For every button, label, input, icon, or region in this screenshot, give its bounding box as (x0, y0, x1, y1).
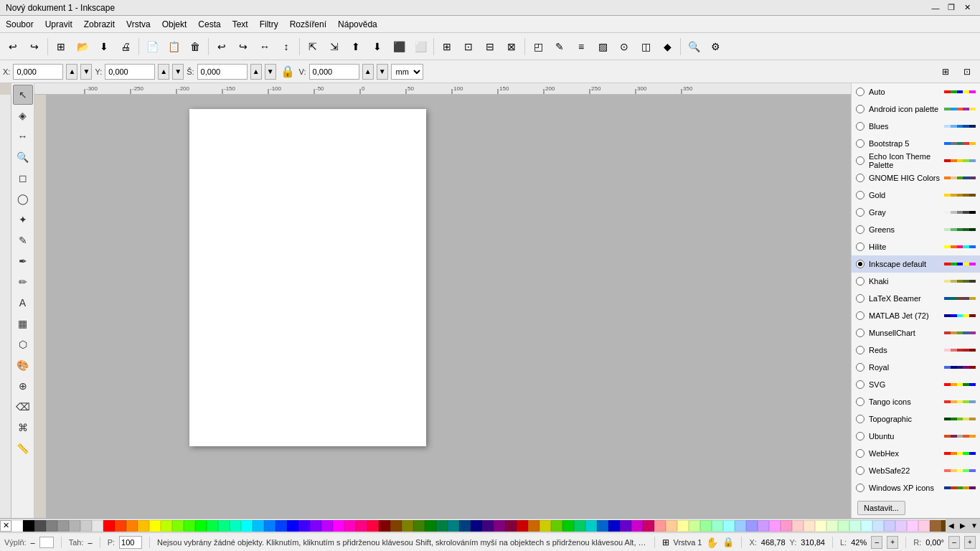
palette-item-auto[interactable]: Auto (852, 83, 980, 100)
color-swatch[interactable] (230, 520, 241, 532)
menu-item-soubor[interactable]: Soubor (0, 16, 39, 32)
s-input[interactable] (197, 64, 248, 80)
marker-toolbar-button[interactable]: ◫ (636, 37, 656, 57)
palette-item-gray[interactable]: Gray (852, 204, 980, 221)
color-swatch[interactable] (620, 520, 631, 532)
color-swatch[interactable] (562, 520, 574, 532)
color-swatch[interactable] (459, 520, 471, 532)
color-swatch[interactable] (161, 520, 172, 532)
sym1-toolbar-button[interactable]: ◰ (528, 37, 548, 57)
snap4-toolbar-button[interactable]: ⊠ (501, 37, 522, 57)
palette-item-blues[interactable]: Blues (852, 118, 980, 135)
color-swatch[interactable] (126, 520, 138, 532)
select-tool[interactable]: ↖ (13, 85, 33, 105)
color-swatch[interactable] (264, 520, 275, 532)
color-swatch[interactable] (402, 520, 413, 532)
maximize-button[interactable]: ❐ (944, 1, 958, 14)
color-swatch[interactable] (861, 520, 872, 532)
snap1-toolbar-button[interactable]: ⊞ (437, 37, 457, 57)
palette-item-tango[interactable]: Tango icons (852, 393, 980, 410)
align-top-toolbar-button[interactable]: ⬆ (346, 37, 366, 57)
color-swatch[interactable] (758, 520, 769, 532)
colorbar-scroll-right[interactable]: ▶ (957, 519, 969, 533)
palette-item-websafe[interactable]: WebSafe22 (852, 462, 980, 479)
color-swatch[interactable] (149, 520, 161, 532)
print-toolbar-button[interactable]: 🖨 (116, 37, 136, 57)
y-input[interactable] (105, 64, 155, 80)
mesh-tool[interactable]: ⬡ (13, 334, 33, 354)
color-swatch[interactable] (918, 520, 930, 532)
color-swatch[interactable] (448, 520, 459, 532)
color-swatch[interactable] (781, 520, 792, 532)
find-toolbar-button[interactable]: 🔍 (684, 37, 704, 57)
color-swatch[interactable] (677, 520, 689, 532)
zoom-inc-button[interactable]: + (887, 536, 898, 549)
rect-tool[interactable]: ◻ (13, 168, 33, 188)
rotation-dec-button[interactable]: – (948, 536, 960, 549)
color-swatch[interactable] (184, 520, 195, 532)
color-swatch[interactable] (872, 520, 884, 532)
color-swatch[interactable] (895, 520, 907, 532)
color-swatch[interactable] (746, 520, 758, 532)
color-swatch[interactable] (849, 520, 861, 532)
color-swatch[interactable] (34, 520, 46, 532)
distribute-v-toolbar-button[interactable]: ⬜ (410, 37, 430, 57)
node-tool[interactable]: ◈ (13, 105, 33, 126)
colorbar-scroll-left[interactable]: ◀ (946, 519, 957, 533)
dialog-toolbar-button[interactable]: ⊙ (614, 37, 634, 57)
color-swatch[interactable] (321, 520, 333, 532)
pen-tool[interactable]: ✒ (13, 251, 33, 271)
palette-item-reds[interactable]: Reds (852, 342, 980, 359)
snap-btn2[interactable]: ⊡ (957, 62, 977, 82)
measure-tool[interactable]: 📏 (13, 438, 33, 458)
text-t-toolbar-button[interactable]: ✎ (550, 37, 570, 57)
connector-tool[interactable]: ⌘ (13, 418, 33, 438)
open-toolbar-button[interactable]: 📂 (72, 37, 93, 57)
color-swatch[interactable] (275, 520, 287, 532)
eraser-tool[interactable]: ⌫ (13, 397, 33, 417)
color-swatch[interactable] (907, 520, 918, 532)
no-color-swatch[interactable]: ✕ (0, 520, 11, 532)
color-swatch[interactable] (643, 520, 654, 532)
color-swatch[interactable] (253, 520, 264, 532)
undo-toolbar-button[interactable]: ↩ (3, 37, 23, 57)
color-swatch[interactable] (23, 520, 34, 532)
color-swatch[interactable] (207, 520, 218, 532)
color-swatch[interactable] (689, 520, 700, 532)
v-input[interactable] (309, 64, 359, 80)
color-swatch[interactable] (838, 520, 849, 532)
color-swatch[interactable] (574, 520, 585, 532)
color-swatch[interactable] (344, 520, 356, 532)
palette-item-svg[interactable]: SVG (852, 376, 980, 393)
snap-btn1[interactable]: ⊞ (936, 62, 956, 82)
snap2-toolbar-button[interactable]: ⊡ (458, 37, 479, 57)
color-swatch[interactable] (46, 520, 57, 532)
redo-toolbar-button[interactable]: ↪ (24, 37, 44, 57)
color-swatch[interactable] (517, 520, 528, 532)
rotation-inc-button[interactable]: + (964, 536, 976, 549)
color-swatch[interactable] (241, 520, 253, 532)
color-swatch[interactable] (69, 520, 80, 532)
spray-tool[interactable]: ⊕ (13, 376, 33, 396)
color-swatch[interactable] (700, 520, 712, 532)
color-swatch[interactable] (413, 520, 425, 532)
palette-item-ubuntu[interactable]: Ubuntu (852, 428, 980, 445)
s-inc-button[interactable]: ▲ (250, 64, 262, 80)
palette-item-latex[interactable]: LaTeX Beamer (852, 290, 980, 307)
color-swatch[interactable] (367, 520, 379, 532)
color-swatch[interactable] (597, 520, 608, 532)
color-swatch[interactable] (425, 520, 436, 532)
palette-item-winxp[interactable]: Windows XP icons (852, 479, 980, 496)
color-swatch[interactable] (471, 520, 482, 532)
color-swatch[interactable] (769, 520, 781, 532)
settings-button[interactable]: Nastavit... (857, 501, 905, 515)
menu-item-rozšíření[interactable]: Rozšíření (284, 16, 332, 32)
close-button[interactable]: ✕ (960, 1, 974, 14)
gradient-tool[interactable]: ▦ (13, 314, 33, 334)
palette-item-khaki[interactable]: Khaki (852, 273, 980, 290)
colorbar-scroll-down[interactable]: ▼ (969, 519, 980, 533)
s-dec-button[interactable]: ▼ (265, 64, 276, 80)
menu-item-text[interactable]: Text (227, 16, 254, 32)
color-swatch[interactable] (723, 520, 735, 532)
palette-item-inkscape[interactable]: Inkscape default (852, 255, 980, 273)
